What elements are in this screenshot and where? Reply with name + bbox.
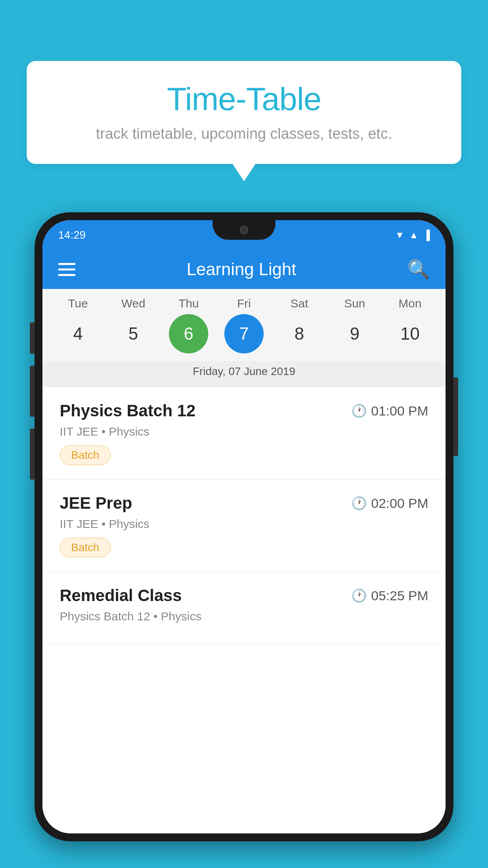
schedule-item[interactable]: Remedial Class 🕐 05:25 PM Physics Batch … bbox=[42, 572, 446, 645]
day-header-label: Mon bbox=[390, 297, 429, 310]
day-number[interactable]: 10 bbox=[390, 314, 429, 353]
phone-wrapper: 14:29 ▼ ▲ ▐ Learning Light 🔍 bbox=[35, 212, 453, 841]
bubble-title: Time-Table bbox=[50, 81, 438, 118]
day-number[interactable]: 7 bbox=[224, 314, 264, 353]
calendar-strip: TueWedThuFriSatSunMon 45678910 Friday, 0… bbox=[42, 289, 446, 387]
phone-outer: 14:29 ▼ ▲ ▐ Learning Light 🔍 bbox=[35, 212, 453, 841]
batch-tag: Batch bbox=[60, 538, 111, 557]
side-button-power bbox=[453, 377, 458, 456]
app-title: Learning Light bbox=[187, 259, 296, 279]
schedule-item-sub: IIT JEE • Physics bbox=[60, 425, 428, 438]
day-header-label: Fri bbox=[224, 297, 264, 310]
schedule-item[interactable]: JEE Prep 🕐 02:00 PM IIT JEE • Physics Ba… bbox=[42, 480, 446, 572]
search-icon[interactable]: 🔍 bbox=[407, 259, 430, 280]
day-number[interactable]: 9 bbox=[335, 314, 374, 353]
selected-date-label: Friday, 07 June 2019 bbox=[42, 361, 446, 387]
schedule-item-title: Remedial Class bbox=[60, 586, 182, 605]
day-header-label: Sat bbox=[280, 297, 319, 310]
schedule-item[interactable]: Physics Batch 12 🕐 01:00 PM IIT JEE • Ph… bbox=[42, 387, 446, 480]
day-header-label: Sun bbox=[335, 297, 374, 310]
day-header-label: Tue bbox=[58, 297, 97, 310]
speech-bubble: Time-Table track timetable, upcoming cla… bbox=[27, 61, 461, 164]
side-button-volume-down bbox=[30, 428, 35, 480]
schedule-item-title: JEE Prep bbox=[60, 494, 132, 513]
side-button-volume-silent bbox=[30, 322, 35, 354]
notch bbox=[213, 220, 275, 240]
menu-button[interactable] bbox=[58, 263, 75, 276]
app-bar: Learning Light 🔍 bbox=[42, 250, 446, 289]
schedule-item-header: Physics Batch 12 🕐 01:00 PM bbox=[60, 401, 428, 420]
side-button-volume-up bbox=[30, 366, 35, 417]
day-number[interactable]: 5 bbox=[114, 314, 153, 353]
day-header-label: Thu bbox=[169, 297, 208, 310]
day-header-label: Wed bbox=[114, 297, 153, 310]
schedule-item-header: Remedial Class 🕐 05:25 PM bbox=[60, 586, 428, 605]
status-bar: 14:29 ▼ ▲ ▐ bbox=[42, 220, 446, 250]
day-number[interactable]: 6 bbox=[169, 314, 208, 353]
schedule-item-time: 🕐 05:25 PM bbox=[351, 588, 428, 603]
status-icons: ▼ ▲ ▐ bbox=[395, 230, 430, 241]
day-numbers: 45678910 bbox=[42, 314, 446, 361]
schedule-item-sub: Physics Batch 12 • Physics bbox=[60, 610, 428, 623]
battery-icon: ▐ bbox=[423, 230, 430, 241]
clock-icon: 🕐 bbox=[351, 496, 367, 511]
status-time: 14:29 bbox=[58, 229, 86, 241]
content-area: Physics Batch 12 🕐 01:00 PM IIT JEE • Ph… bbox=[42, 387, 446, 833]
batch-tag: Batch bbox=[60, 445, 111, 465]
schedule-item-header: JEE Prep 🕐 02:00 PM bbox=[60, 494, 428, 513]
day-number[interactable]: 4 bbox=[58, 314, 97, 353]
clock-icon: 🕐 bbox=[351, 403, 367, 418]
clock-icon: 🕐 bbox=[351, 588, 367, 603]
signal-icon: ▲ bbox=[409, 230, 418, 241]
schedule-item-sub: IIT JEE • Physics bbox=[60, 517, 428, 531]
camera bbox=[240, 226, 248, 234]
schedule-item-title: Physics Batch 12 bbox=[60, 401, 196, 420]
day-headers: TueWedThuFriSatSunMon bbox=[42, 297, 446, 314]
schedule-item-time: 🕐 01:00 PM bbox=[351, 403, 428, 419]
schedule-item-time: 🕐 02:00 PM bbox=[351, 496, 428, 511]
phone-screen: 14:29 ▼ ▲ ▐ Learning Light 🔍 bbox=[42, 220, 446, 833]
day-number[interactable]: 8 bbox=[280, 314, 319, 353]
speech-bubble-container: Time-Table track timetable, upcoming cla… bbox=[27, 61, 461, 164]
wifi-icon: ▼ bbox=[395, 230, 404, 241]
bubble-subtitle: track timetable, upcoming classes, tests… bbox=[50, 125, 438, 142]
